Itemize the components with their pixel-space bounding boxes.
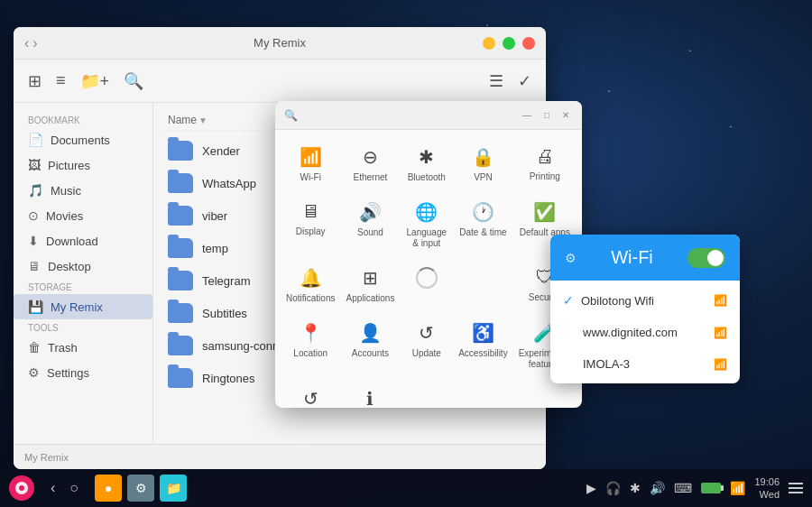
time-display: 19:06 [754, 475, 780, 488]
sort-icon[interactable]: ▼ [198, 115, 208, 125]
settings-about[interactable]: ℹ About [342, 379, 398, 408]
sidebar-item-documents-label: Documents [51, 134, 110, 147]
taskbar-folder-app[interactable]: 📁 [160, 475, 187, 502]
wifi-settings-icon: 📶 [300, 146, 322, 168]
headset-icon[interactable]: 🎧 [605, 481, 621, 495]
back-button[interactable]: ‹ [45, 476, 60, 500]
launcher-svg [14, 481, 29, 495]
wifi-panel: ⚙ Wi-Fi ✓ Obilotong Wifi 📶 www.dignited.… [550, 235, 740, 383]
hamburger-line-3 [789, 492, 803, 493]
sidebar-item-movies[interactable]: ⊙ Movies [14, 203, 152, 228]
sidebar-item-settings[interactable]: ⚙ Settings [14, 360, 152, 385]
sidebar-item-trash[interactable]: 🗑 Trash [14, 335, 152, 360]
wifi-network-obilotong[interactable]: ✓ Obilotong Wifi 📶 [550, 284, 740, 317]
folder-icon-telegram [168, 271, 193, 290]
sidebar-item-pictures[interactable]: 🖼 Pictures [14, 152, 152, 178]
settings-update[interactable]: ↺ Update [401, 313, 451, 375]
check-icon[interactable]: ✓ [518, 71, 531, 91]
reset-icon: ↺ [303, 388, 318, 408]
notifications-icon: 🔔 [300, 267, 322, 289]
file-manager-title: My Remix [254, 36, 306, 50]
settings-location[interactable]: 📍 Location [282, 313, 338, 375]
settings-maximize-button[interactable]: □ [540, 108, 553, 122]
back-icon[interactable]: ‹ [24, 35, 29, 51]
settings-close-button[interactable]: ✕ [558, 108, 573, 122]
name-column-header: Name [168, 114, 197, 126]
settings-loading [401, 258, 451, 309]
settings-printing[interactable]: 🖨 Printing [515, 137, 575, 189]
wifi-panel-header: ⚙ Wi-Fi [550, 235, 740, 281]
wifi-toggle[interactable] [687, 248, 725, 268]
wifi-network-name-3: IMOLA-3 [583, 357, 714, 371]
remix-launcher-icon[interactable] [9, 475, 34, 501]
forward-icon[interactable]: › [32, 35, 37, 51]
language-label: Language & input [405, 227, 448, 249]
sidebar-item-download[interactable]: ⬇ Download [14, 228, 152, 254]
wifi-network-dignited[interactable]: www.dignited.com 📶 [550, 317, 740, 348]
new-folder-icon[interactable]: 📁+ [80, 71, 110, 91]
settings-bluetooth[interactable]: ✱ Bluetooth [401, 137, 451, 189]
settings-minimize-button[interactable]: — [519, 108, 535, 122]
folder-app-icon: 📁 [166, 481, 181, 495]
sidebar-item-movies-label: Movies [46, 209, 83, 223]
vpn-label: VPN [474, 172, 493, 183]
bluetooth-taskbar-icon[interactable]: ✱ [630, 481, 641, 495]
settings-applications[interactable]: ⊞ Applications [342, 258, 398, 309]
settings-ethernet[interactable]: ⊖ Ethernet [342, 137, 398, 189]
file-name-xender: Xender [202, 144, 240, 158]
sidebar-item-music[interactable]: 🎵 Music [14, 178, 152, 203]
movies-icon: ⊙ [28, 208, 39, 223]
search-icon[interactable]: 🔍 [124, 71, 143, 91]
sidebar-item-myremix[interactable]: 💾 My Remix [14, 294, 152, 319]
taskbar-app-items: ● ⚙ 📁 [95, 475, 187, 502]
folder-icon-whatsapp [168, 173, 193, 193]
settings-search-icon: 🔍 [284, 109, 298, 122]
settings-reset[interactable]: ↺ Reset [282, 379, 338, 408]
close-button[interactable] [522, 37, 535, 50]
taskbar-gear-app[interactable]: ⚙ [127, 475, 154, 502]
about-icon: ℹ [366, 388, 374, 408]
hamburger-line-1 [789, 483, 803, 484]
minimize-button[interactable] [483, 37, 495, 50]
sidebar-item-music-label: Music [51, 184, 81, 198]
taskbar-orange-app[interactable]: ● [95, 475, 122, 502]
orange-app-icon: ● [105, 481, 112, 495]
wifi-network-imola[interactable]: IMOLA-3 📶 [550, 348, 740, 380]
settings-sound[interactable]: 🔊 Sound [342, 192, 398, 254]
desktop-icon: 🖥 [28, 259, 41, 273]
storage-section-label: Storage [14, 279, 152, 294]
settings-display[interactable]: 🖥 Display [282, 192, 338, 254]
notifications-label: Notifications [286, 293, 335, 304]
settings-language[interactable]: 🌐 Language & input [401, 192, 451, 254]
folder-icon-samsung [168, 336, 193, 355]
sound-label: Sound [357, 227, 383, 238]
settings-wifi[interactable]: 📶 Wi-Fi [282, 137, 338, 189]
wifi-network-name-1: Obilotong Wifi [581, 294, 714, 308]
bookmark-section-label: Bookmark [14, 112, 152, 127]
wifi-gear-icon[interactable]: ⚙ [565, 251, 577, 265]
file-manager-toolbar: ⊞ ≡ 📁+ 🔍 ☰ ✓ [14, 60, 546, 103]
sidebar-item-documents[interactable]: 📄 Documents [14, 127, 152, 152]
settings-notifications[interactable]: 🔔 Notifications [282, 258, 338, 309]
home-button[interactable]: ○ [64, 476, 84, 500]
wifi-taskbar-icon[interactable]: 📶 [730, 481, 745, 495]
settings-accounts[interactable]: 👤 Accounts [342, 313, 398, 375]
hamburger-menu[interactable] [789, 483, 803, 493]
list-view-icon[interactable]: ≡ [56, 71, 66, 90]
grid-view-icon[interactable]: ⊞ [28, 71, 42, 91]
maximize-button[interactable] [503, 37, 515, 50]
wifi-signal-1: 📶 [714, 294, 727, 307]
settings-datetime[interactable]: 🕐 Date & time [455, 192, 511, 254]
statusbar-text: My Remix [24, 452, 69, 463]
view-details-icon[interactable]: ☰ [489, 71, 503, 91]
sidebar-item-myremix-label: My Remix [51, 300, 103, 314]
ethernet-icon: ⊖ [363, 146, 378, 168]
sidebar-item-pictures-label: Pictures [48, 159, 90, 172]
settings-vpn[interactable]: 🔒 VPN [455, 137, 511, 189]
arrow-right-icon[interactable]: ▶ [586, 481, 596, 495]
settings-window: 🔍 — □ ✕ 📶 Wi-Fi ⊖ Ethernet ✱ Bluetooth 🔒… [275, 101, 582, 408]
settings-accessibility[interactable]: ♿ Accessibility [455, 313, 511, 375]
keyboard-icon[interactable]: ⌨ [674, 481, 692, 495]
volume-icon[interactable]: 🔊 [650, 481, 665, 495]
sidebar-item-desktop[interactable]: 🖥 Desktop [14, 254, 152, 279]
